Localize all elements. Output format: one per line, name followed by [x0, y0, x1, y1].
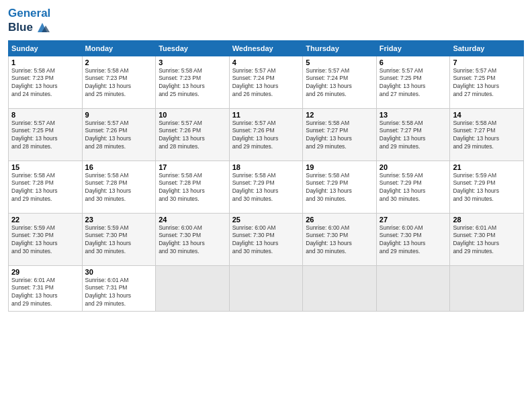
- day-info: Sunrise: 5:57 AM Sunset: 7:26 PM Dayligh…: [232, 120, 300, 152]
- calendar-cell: 8Sunrise: 5:57 AM Sunset: 7:25 PM Daylig…: [9, 108, 83, 161]
- col-header-wednesday: Wednesday: [229, 40, 303, 56]
- calendar-cell: 9Sunrise: 5:57 AM Sunset: 7:26 PM Daylig…: [82, 108, 156, 161]
- calendar-cell: [156, 265, 230, 311]
- day-number: 18: [232, 163, 300, 171]
- day-info: Sunrise: 6:00 AM Sunset: 7:30 PM Dayligh…: [159, 224, 226, 257]
- day-number: 28: [453, 216, 521, 224]
- col-header-thursday: Thursday: [303, 40, 377, 56]
- day-number: 13: [380, 111, 447, 119]
- day-number: 8: [11, 111, 79, 119]
- col-header-sunday: Sunday: [9, 40, 83, 56]
- day-number: 3: [159, 58, 226, 66]
- day-info: Sunrise: 6:00 AM Sunset: 7:30 PM Dayligh…: [232, 224, 300, 257]
- day-info: Sunrise: 5:58 AM Sunset: 7:23 PM Dayligh…: [85, 67, 153, 99]
- day-info: Sunrise: 6:00 AM Sunset: 7:30 PM Dayligh…: [306, 224, 373, 257]
- day-number: 29: [11, 268, 79, 276]
- day-number: 23: [85, 216, 153, 224]
- day-info: Sunrise: 5:59 AM Sunset: 7:29 PM Dayligh…: [380, 172, 447, 204]
- logo: General Blue: [8, 7, 50, 35]
- calendar-cell: 11Sunrise: 5:57 AM Sunset: 7:26 PM Dayli…: [229, 108, 303, 161]
- day-info: Sunrise: 5:57 AM Sunset: 7:24 PM Dayligh…: [232, 67, 300, 99]
- logo-blue: Blue: [8, 21, 33, 34]
- calendar-cell: [376, 265, 450, 311]
- day-info: Sunrise: 6:01 AM Sunset: 7:31 PM Dayligh…: [11, 277, 79, 309]
- day-info: Sunrise: 5:58 AM Sunset: 7:28 PM Dayligh…: [11, 172, 79, 204]
- day-info: Sunrise: 5:57 AM Sunset: 7:24 PM Dayligh…: [306, 67, 373, 99]
- day-number: 15: [11, 163, 79, 171]
- calendar-cell: 23Sunrise: 5:59 AM Sunset: 7:30 PM Dayli…: [82, 213, 156, 265]
- day-number: 16: [85, 163, 153, 171]
- calendar-cell: 4Sunrise: 5:57 AM Sunset: 7:24 PM Daylig…: [229, 56, 303, 108]
- calendar-cell: 7Sunrise: 5:57 AM Sunset: 7:25 PM Daylig…: [450, 56, 524, 108]
- calendar-cell: 20Sunrise: 5:59 AM Sunset: 7:29 PM Dayli…: [376, 161, 450, 213]
- calendar-cell: 30Sunrise: 6:01 AM Sunset: 7:31 PM Dayli…: [82, 265, 156, 311]
- week-row-5: 29Sunrise: 6:01 AM Sunset: 7:31 PM Dayli…: [9, 265, 524, 311]
- day-info: Sunrise: 5:58 AM Sunset: 7:29 PM Dayligh…: [306, 172, 373, 204]
- week-row-1: 1Sunrise: 5:58 AM Sunset: 7:23 PM Daylig…: [9, 56, 524, 108]
- calendar-cell: 5Sunrise: 5:57 AM Sunset: 7:24 PM Daylig…: [303, 56, 377, 108]
- week-row-4: 22Sunrise: 5:59 AM Sunset: 7:30 PM Dayli…: [9, 213, 524, 265]
- day-info: Sunrise: 5:58 AM Sunset: 7:27 PM Dayligh…: [306, 120, 373, 152]
- day-info: Sunrise: 5:58 AM Sunset: 7:28 PM Dayligh…: [85, 172, 153, 204]
- calendar-cell: [303, 265, 377, 311]
- col-header-saturday: Saturday: [450, 40, 524, 56]
- day-info: Sunrise: 5:59 AM Sunset: 7:29 PM Dayligh…: [453, 172, 521, 204]
- day-number: 17: [159, 163, 226, 171]
- logo-icon: [35, 20, 50, 35]
- day-info: Sunrise: 5:57 AM Sunset: 7:25 PM Dayligh…: [453, 67, 521, 99]
- col-header-friday: Friday: [376, 40, 450, 56]
- day-number: 14: [453, 111, 521, 119]
- day-info: Sunrise: 5:57 AM Sunset: 7:26 PM Dayligh…: [159, 120, 226, 152]
- calendar-cell: 22Sunrise: 5:59 AM Sunset: 7:30 PM Dayli…: [9, 213, 83, 265]
- day-info: Sunrise: 5:57 AM Sunset: 7:25 PM Dayligh…: [380, 67, 447, 99]
- col-header-tuesday: Tuesday: [156, 40, 230, 56]
- day-info: Sunrise: 5:57 AM Sunset: 7:26 PM Dayligh…: [85, 120, 153, 152]
- day-info: Sunrise: 5:58 AM Sunset: 7:23 PM Dayligh…: [11, 67, 79, 99]
- day-info: Sunrise: 5:59 AM Sunset: 7:30 PM Dayligh…: [85, 224, 153, 257]
- calendar-cell: 14Sunrise: 5:58 AM Sunset: 7:27 PM Dayli…: [450, 108, 524, 161]
- day-info: Sunrise: 5:59 AM Sunset: 7:30 PM Dayligh…: [11, 224, 79, 257]
- calendar-cell: 29Sunrise: 6:01 AM Sunset: 7:31 PM Dayli…: [9, 265, 83, 311]
- calendar-table: SundayMondayTuesdayWednesdayThursdayFrid…: [8, 40, 524, 312]
- calendar-header-row: SundayMondayTuesdayWednesdayThursdayFrid…: [9, 40, 524, 56]
- calendar-cell: 16Sunrise: 5:58 AM Sunset: 7:28 PM Dayli…: [82, 161, 156, 213]
- day-number: 22: [11, 216, 79, 224]
- day-number: 30: [85, 268, 153, 276]
- week-row-3: 15Sunrise: 5:58 AM Sunset: 7:28 PM Dayli…: [9, 161, 524, 213]
- calendar-cell: 3Sunrise: 5:58 AM Sunset: 7:23 PM Daylig…: [156, 56, 230, 108]
- calendar-cell: 24Sunrise: 6:00 AM Sunset: 7:30 PM Dayli…: [156, 213, 230, 265]
- calendar-cell: 25Sunrise: 6:00 AM Sunset: 7:30 PM Dayli…: [229, 213, 303, 265]
- week-row-2: 8Sunrise: 5:57 AM Sunset: 7:25 PM Daylig…: [9, 108, 524, 161]
- day-number: 25: [232, 216, 300, 224]
- day-info: Sunrise: 5:58 AM Sunset: 7:27 PM Dayligh…: [453, 120, 521, 152]
- calendar-cell: [229, 265, 303, 311]
- day-number: 11: [232, 111, 300, 119]
- calendar-cell: 21Sunrise: 5:59 AM Sunset: 7:29 PM Dayli…: [450, 161, 524, 213]
- day-info: Sunrise: 5:57 AM Sunset: 7:25 PM Dayligh…: [11, 120, 79, 152]
- day-number: 20: [380, 163, 447, 171]
- calendar-cell: 10Sunrise: 5:57 AM Sunset: 7:26 PM Dayli…: [156, 108, 230, 161]
- day-number: 6: [380, 58, 447, 66]
- day-number: 10: [159, 111, 226, 119]
- calendar-cell: 27Sunrise: 6:00 AM Sunset: 7:30 PM Dayli…: [376, 213, 450, 265]
- calendar-cell: 18Sunrise: 5:58 AM Sunset: 7:29 PM Dayli…: [229, 161, 303, 213]
- calendar-cell: 13Sunrise: 5:58 AM Sunset: 7:27 PM Dayli…: [376, 108, 450, 161]
- day-info: Sunrise: 6:01 AM Sunset: 7:31 PM Dayligh…: [85, 277, 153, 309]
- day-info: Sunrise: 6:01 AM Sunset: 7:30 PM Dayligh…: [453, 224, 521, 257]
- day-number: 24: [159, 216, 226, 224]
- calendar-cell: 1Sunrise: 5:58 AM Sunset: 7:23 PM Daylig…: [9, 56, 83, 108]
- day-number: 27: [380, 216, 447, 224]
- calendar-cell: 6Sunrise: 5:57 AM Sunset: 7:25 PM Daylig…: [376, 56, 450, 108]
- logo-general: General: [8, 7, 50, 19]
- calendar-cell: [450, 265, 524, 311]
- day-number: 1: [11, 58, 79, 66]
- day-number: 4: [232, 58, 300, 66]
- day-info: Sunrise: 6:00 AM Sunset: 7:30 PM Dayligh…: [380, 224, 447, 257]
- day-info: Sunrise: 5:58 AM Sunset: 7:29 PM Dayligh…: [232, 172, 300, 204]
- day-number: 21: [453, 163, 521, 171]
- day-number: 5: [306, 58, 373, 66]
- day-number: 2: [85, 58, 153, 66]
- day-info: Sunrise: 5:58 AM Sunset: 7:23 PM Dayligh…: [159, 67, 226, 99]
- calendar-cell: 15Sunrise: 5:58 AM Sunset: 7:28 PM Dayli…: [9, 161, 83, 213]
- calendar-cell: 26Sunrise: 6:00 AM Sunset: 7:30 PM Dayli…: [303, 213, 377, 265]
